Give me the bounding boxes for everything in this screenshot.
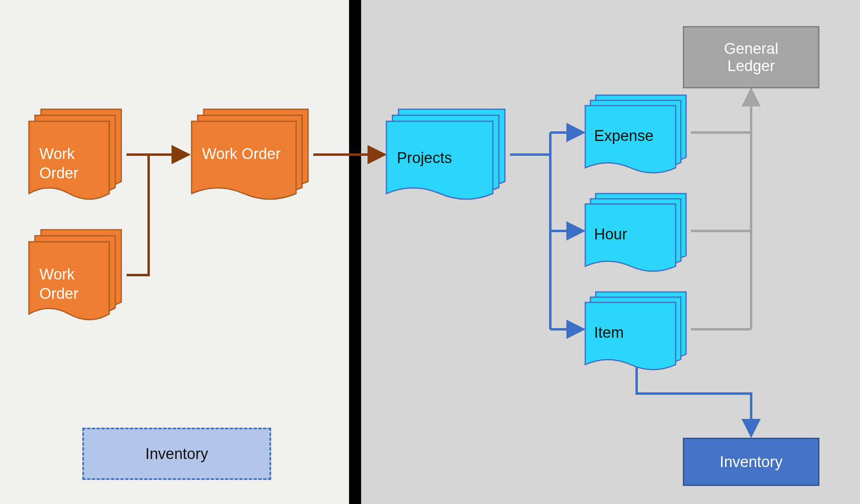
general-ledger-box: General Ledger xyxy=(683,26,819,88)
inventory-right-label: Inventory xyxy=(720,453,782,471)
item-stack: Item xyxy=(584,291,691,371)
diagram-root: Work Order Work Order Work Order xyxy=(0,0,860,504)
expense-label: Expense xyxy=(594,127,654,146)
work-order-main-label: Work Order xyxy=(202,145,281,164)
divider xyxy=(349,0,361,504)
work-order-stack-2: Work Order xyxy=(28,229,127,321)
work-order-stack-1: Work Order xyxy=(28,108,127,201)
work-order-2-label: Work Order xyxy=(39,265,78,303)
work-order-1-label: Work Order xyxy=(39,145,78,183)
hour-stack: Hour xyxy=(584,193,691,273)
projects-stack: Projects xyxy=(386,108,510,201)
expense-stack: Expense xyxy=(584,94,691,175)
general-ledger-label: General Ledger xyxy=(724,40,778,75)
inventory-left-box: Inventory xyxy=(82,428,271,480)
projects-label: Projects xyxy=(397,149,452,168)
work-order-main-stack: Work Order xyxy=(191,108,313,201)
hour-label: Hour xyxy=(594,225,627,244)
item-label: Item xyxy=(594,323,624,343)
inventory-left-label: Inventory xyxy=(145,445,208,463)
inventory-right-box: Inventory xyxy=(683,438,819,486)
